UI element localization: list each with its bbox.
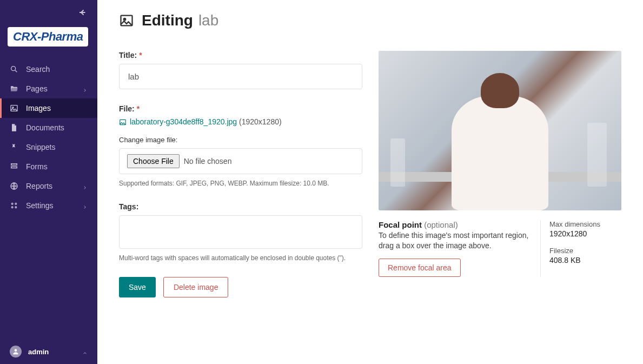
file-help-text: Supported formats: GIF, JPEG, PNG, WEBP.… — [119, 180, 362, 187]
folder-open-icon — [10, 84, 18, 93]
nav-label: Search — [26, 65, 88, 74]
svg-rect-4 — [11, 167, 17, 168]
nav-label: Documents — [26, 123, 88, 132]
svg-point-6 — [11, 203, 13, 204]
nav-label: Reports — [26, 182, 82, 190]
svg-point-12 — [124, 18, 126, 21]
form-icon — [10, 162, 18, 171]
focal-point-help: To define this image's most important re… — [379, 230, 529, 251]
tags-help-text: Multi-word tags with spaces will automat… — [119, 254, 362, 262]
filesize-value: 408.8 KB — [549, 256, 621, 264]
delete-image-button[interactable]: Delete image — [163, 277, 229, 297]
current-file-link[interactable]: laboratory-g304de8ff8_1920.jpg — [130, 117, 237, 126]
focal-point-title: Focal point (optional) — [379, 220, 529, 229]
main-content: Editing lab Title:* File:* laboratory-g3… — [97, 0, 643, 364]
page-title-name: lab — [198, 12, 218, 29]
file-label: File:* — [119, 104, 362, 113]
change-file-label: Change image file: — [119, 136, 362, 144]
svg-point-10 — [15, 349, 17, 352]
svg-point-0 — [11, 67, 16, 71]
nav-item-settings[interactable]: Settings — [0, 196, 97, 215]
field-file: File:* laboratory-g304de8ff8_1920.jpg (1… — [119, 104, 362, 187]
snippet-icon — [10, 143, 18, 151]
image-small-icon — [119, 118, 127, 126]
no-file-text: No file chosen — [184, 157, 232, 166]
max-dims-label: Max dimensions — [549, 220, 621, 228]
avatar-icon — [10, 346, 22, 358]
sidebar: CRX-Pharma SearchPagesImagesDocumentsSni… — [0, 0, 97, 364]
document-icon — [10, 123, 18, 132]
globe-icon — [10, 182, 18, 190]
chevron-right-icon — [82, 86, 88, 91]
nav-item-reports[interactable]: Reports — [0, 176, 97, 196]
nav-item-images[interactable]: Images — [0, 98, 97, 118]
choose-file-button[interactable]: Choose File — [127, 154, 180, 168]
image-icon — [10, 104, 18, 112]
brand-logo[interactable]: CRX-Pharma — [8, 27, 88, 47]
title-label: Title:* — [119, 51, 362, 59]
image-icon — [119, 13, 134, 28]
nav-label: Settings — [26, 201, 82, 210]
nav-item-pages[interactable]: Pages — [0, 79, 97, 98]
chevron-up-icon — [82, 349, 88, 354]
nav-label: Images — [26, 104, 88, 112]
settings-icon — [10, 201, 18, 210]
nav-list: SearchPagesImagesDocumentsSnippetsFormsR… — [0, 59, 97, 339]
field-title: Title:* — [119, 51, 362, 89]
save-button[interactable]: Save — [119, 277, 156, 297]
nav-item-search[interactable]: Search — [0, 59, 97, 79]
svg-point-7 — [15, 203, 17, 204]
collapse-sidebar-icon[interactable] — [78, 8, 88, 17]
nav-item-forms[interactable]: Forms — [0, 157, 97, 176]
chevron-right-icon — [82, 183, 88, 189]
nav-label: Forms — [26, 162, 88, 171]
nav-label: Pages — [26, 84, 82, 93]
svg-point-8 — [11, 207, 13, 208]
page-header: Editing lab — [119, 12, 621, 29]
title-input[interactable] — [119, 64, 362, 89]
page-title-editing: Editing — [142, 12, 193, 29]
nav-item-snippets[interactable]: Snippets — [0, 137, 97, 157]
tags-input[interactable] — [119, 215, 362, 249]
field-tags: Tags: Multi-word tags with spaces will a… — [119, 202, 362, 262]
svg-rect-3 — [11, 164, 17, 166]
nav-label: Snippets — [26, 143, 88, 151]
image-preview[interactable] — [379, 51, 621, 210]
tags-label: Tags: — [119, 202, 362, 211]
chevron-right-icon — [82, 203, 88, 208]
filesize-label: Filesize — [549, 247, 621, 255]
remove-focal-area-button[interactable]: Remove focal area — [379, 259, 461, 277]
user-name: admin — [28, 348, 82, 356]
svg-point-9 — [15, 207, 17, 208]
search-icon — [10, 65, 18, 74]
sidebar-user-menu[interactable]: admin — [0, 339, 97, 364]
file-input-row: Choose File No file chosen — [119, 148, 362, 174]
nav-item-documents[interactable]: Documents — [0, 118, 97, 137]
svg-point-2 — [12, 107, 14, 108]
current-file-dims: (1920x1280) — [239, 117, 282, 126]
max-dims-value: 1920x1280 — [549, 229, 621, 238]
